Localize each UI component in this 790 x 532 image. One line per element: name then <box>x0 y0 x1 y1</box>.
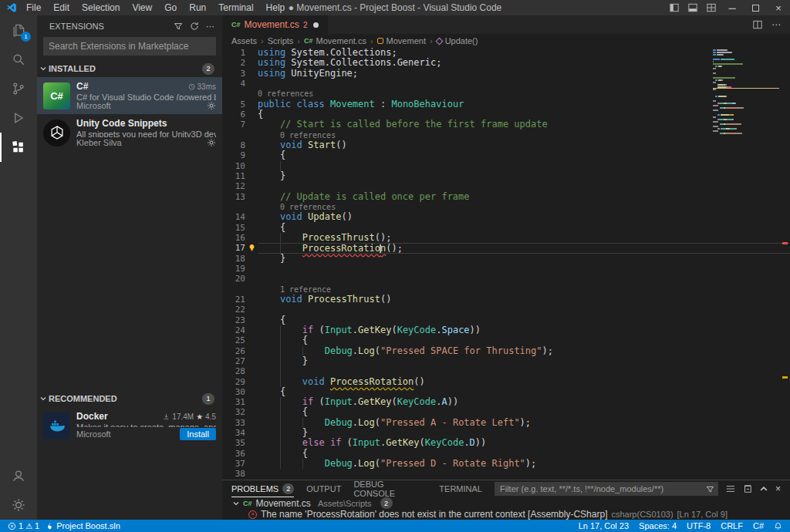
toggle-panel-icon[interactable] <box>684 0 702 15</box>
manage-gear-icon[interactable] <box>207 101 216 110</box>
code-line[interactable]: 7 // Start is called before the first fr… <box>222 120 790 130</box>
more-actions-icon[interactable]: ⋯ <box>771 19 781 30</box>
breadcrumb-file[interactable]: C# Movement.cs <box>304 36 366 45</box>
problems-filter-input[interactable] <box>498 483 703 494</box>
breadcrumb-class[interactable]: Movement <box>377 36 426 45</box>
code-line[interactable]: 18 } <box>222 254 790 264</box>
code-line[interactable]: 23 { <box>222 315 790 325</box>
breadcrumb-scripts[interactable]: Scripts <box>268 36 294 45</box>
code-line[interactable]: 10 <box>222 161 790 171</box>
language-mode[interactable]: C# <box>753 521 764 530</box>
code-line[interactable]: 22 <box>222 305 790 315</box>
menu-edit[interactable]: Edit <box>47 2 76 13</box>
code-line[interactable]: 15 { <box>222 223 790 233</box>
tab-terminal[interactable]: TERMINAL <box>439 480 482 497</box>
code-line[interactable]: 19 <box>222 264 790 274</box>
code-line[interactable]: 14 void Update() <box>222 212 790 222</box>
extension-item-csharp[interactable]: C# C# 33ms C# for Visual Studio Code (po… <box>37 77 222 114</box>
code-line[interactable]: 31 if (Input.GetKey(KeyCode.A)) <box>222 397 790 407</box>
modified-dot-icon[interactable] <box>313 22 319 28</box>
code-line[interactable]: 35 else if (Input.GetKey(KeyCode.D)) <box>222 438 790 448</box>
activity-explorer[interactable]: 1 <box>0 15 37 45</box>
codelens-row[interactable]: 0 references <box>222 130 790 140</box>
menu-run[interactable]: Run <box>183 2 212 13</box>
customize-layout-icon[interactable] <box>702 0 721 15</box>
code-line[interactable]: 25 { <box>222 335 790 345</box>
code-line[interactable]: 2using System.Collections.Generic; <box>222 58 790 68</box>
problems-status[interactable]: 1 ⚠ 1 <box>8 521 39 530</box>
code-line[interactable]: 24 if (Input.GetKey(KeyCode.Space)) <box>222 325 790 335</box>
code-line[interactable]: 33 Debug.Log("Pressed A - Rotate Left"); <box>222 418 790 428</box>
codelens-row[interactable]: 1 reference <box>222 285 790 295</box>
breadcrumb-method[interactable]: Update() <box>437 36 478 45</box>
more-actions-icon[interactable]: ⋯ <box>206 22 214 32</box>
code-line[interactable]: 27 } <box>222 356 790 366</box>
indentation[interactable]: Spaces: 4 <box>639 521 677 530</box>
eol-sequence[interactable]: CRLF <box>721 521 743 530</box>
code-line[interactable]: 17 ProcessRotation(); <box>222 243 790 253</box>
menu-go[interactable]: Go <box>158 2 183 13</box>
filter-icon[interactable] <box>706 485 714 493</box>
code-lines[interactable]: 1using System.Collections;2using System.… <box>222 48 790 480</box>
tab-output[interactable]: OUTPUT <box>306 480 341 497</box>
activity-settings[interactable] <box>0 490 37 520</box>
extension-item-docker[interactable]: Docker 17.4M ★ 4.5 Makes it easy to crea… <box>37 407 222 444</box>
extension-item-unity-snippets[interactable]: Unity Code Snippets All snippets you nee… <box>37 114 222 151</box>
breadcrumb-assets[interactable]: Assets <box>231 36 257 45</box>
code-line[interactable]: 29 void ProcessRotation() <box>222 377 790 387</box>
code-line[interactable]: 26 Debug.Log("Pressed SPACE for Thrustin… <box>222 346 790 356</box>
codelens-row[interactable]: 0 references <box>222 202 790 212</box>
activity-accounts[interactable] <box>0 461 37 490</box>
code-line[interactable]: 8 void Start() <box>222 140 790 150</box>
manage-gear-icon[interactable] <box>207 138 216 147</box>
problem-row[interactable]: × The name 'ProcessRotation' does not ex… <box>222 509 790 520</box>
close-button[interactable]: × <box>767 0 790 15</box>
code-line[interactable]: 3using UnityEngine; <box>222 69 790 79</box>
tab-problems[interactable]: PROBLEMS 2 <box>231 480 294 497</box>
codelens-row[interactable]: 0 references <box>222 89 790 99</box>
code-editor[interactable]: 1using System.Collections;2using System.… <box>222 48 790 480</box>
maximize-button[interactable] <box>744 0 767 15</box>
activity-extensions[interactable] <box>0 133 37 162</box>
omnisharp-project[interactable]: Project Boost.sln <box>46 521 120 530</box>
menu-selection[interactable]: Selection <box>76 2 126 13</box>
activity-source-control[interactable] <box>0 74 37 103</box>
lightbulb-icon[interactable] <box>248 244 256 252</box>
toggle-sidebar-icon[interactable] <box>665 0 684 15</box>
encoding[interactable]: UTF-8 <box>687 521 711 530</box>
code-line[interactable]: 11 } <box>222 171 790 181</box>
code-line[interactable]: 20 <box>222 274 790 284</box>
maximize-panel-icon[interactable] <box>760 485 768 493</box>
code-line[interactable]: 34 } <box>222 428 790 438</box>
code-line[interactable]: 12 <box>222 181 790 191</box>
menu-file[interactable]: File <box>20 2 47 13</box>
cursor-position[interactable]: Ln 17, Col 23 <box>579 521 629 530</box>
code-line[interactable]: 37 Debug.Log("Pressed D - Rotate Right")… <box>222 459 790 469</box>
code-line[interactable]: 5public class Movement : MonoBehaviour <box>222 99 790 109</box>
notifications-bell-icon[interactable] <box>774 522 782 530</box>
code-line[interactable]: 16 ProcessThrust(); <box>222 233 790 243</box>
view-as-table-icon[interactable] <box>726 484 735 493</box>
menu-terminal[interactable]: Terminal <box>212 2 259 13</box>
refresh-icon[interactable] <box>190 22 199 31</box>
code-line[interactable]: 32 { <box>222 407 790 417</box>
code-line[interactable]: 36 { <box>222 449 790 459</box>
code-line[interactable]: 6{ <box>222 109 790 120</box>
code-line[interactable]: 28 <box>222 366 790 376</box>
code-line[interactable]: 30 { <box>222 387 790 397</box>
problem-file-row[interactable]: C# Movement.cs Assets\Scripts 2 <box>222 497 790 509</box>
code-line[interactable]: 13 // Update is called once per frame <box>222 192 790 202</box>
code-line[interactable]: 1using System.Collections; <box>222 48 790 58</box>
activity-run-debug[interactable] <box>0 103 37 133</box>
code-line[interactable]: 9 { <box>222 150 790 160</box>
recommended-header[interactable]: RECOMMENDED 1 <box>37 390 222 407</box>
activity-search[interactable] <box>0 45 37 74</box>
close-panel-icon[interactable]: × <box>775 483 781 494</box>
installed-header[interactable]: INSTALLED 2 <box>37 60 222 77</box>
filter-icon[interactable] <box>174 22 183 31</box>
split-editor-icon[interactable] <box>753 20 762 29</box>
search-extensions-input[interactable] <box>43 37 216 56</box>
minimap[interactable] <box>713 49 779 137</box>
code-line[interactable]: 38 <box>222 469 790 479</box>
code-line[interactable]: 21 void ProcessThrust() <box>222 295 790 305</box>
